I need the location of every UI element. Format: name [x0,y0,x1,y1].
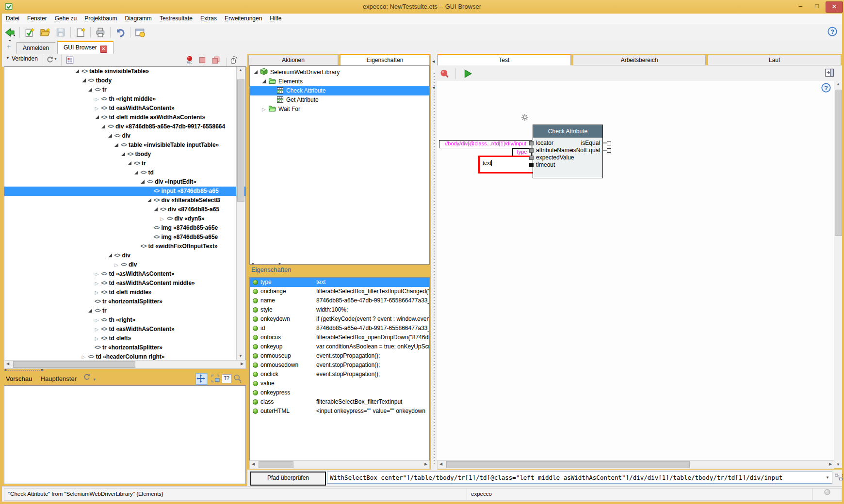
tree-node[interactable]: ▷<>td «asWidthAsContent» [4,104,245,113]
expectedvalue-edit-box[interactable]: text [478,156,536,173]
copy-icon[interactable] [211,56,220,66]
locator-value-box[interactable]: //body/div[@class...r/td[1]/div/input [439,140,532,148]
dom-tree-vscrollbar[interactable]: ▲ ▼ [236,67,244,360]
tree-node[interactable]: <>tr [4,85,245,94]
magnifier-icon[interactable] [233,374,243,383]
tree-node[interactable]: ▷<>td «asWidthAsContent» [4,269,245,279]
canvas-vscrollbar[interactable]: ▲ ▼ [834,81,842,468]
tree-node[interactable]: <>table «invisibleTable» [4,67,245,76]
tree-node[interactable]: <>tr [4,306,245,315]
expand-icon[interactable]: ▷ [95,104,101,113]
tree-node[interactable]: ▷<>td «left middle» [4,288,245,297]
property-row-type[interactable]: typetext [250,278,429,287]
menu-item-erweiterungen[interactable]: Erweiterungen [221,14,266,24]
expand-icon[interactable]: ▷ [114,260,121,269]
scroll-left-icon[interactable]: ◀ [438,461,444,468]
grid-view-icon[interactable] [65,56,74,66]
connect-button[interactable]: Verbinden [12,55,38,62]
expand-icon[interactable]: ▷ [95,334,101,343]
block-output-isnotequal[interactable]: isNotEqual [572,147,600,154]
tree-node[interactable]: <>input «8746db85-a65 [4,187,245,196]
check-path-button[interactable]: Pfad überprüfen [250,472,326,486]
collapse-icon[interactable] [88,306,95,315]
canvas-hscrollbar[interactable]: ◀ ▶ [437,460,834,469]
scroll-thumb[interactable] [237,79,244,202]
minimize-button[interactable]: – [793,1,808,12]
property-row-onmouseup[interactable]: onmouseupevent.stopPropagation(); [250,351,429,361]
tab-anmelden[interactable]: Anmelden [16,42,55,54]
close-tab-icon[interactable]: ✕ [100,46,107,53]
collapse-icon[interactable] [75,67,81,76]
property-row-outerHTML[interactable]: outerHTML<input onkeypress="" value="" o… [250,407,429,416]
check-attribute-block[interactable]: Check Attribute locatorattributeNameexpe… [533,125,603,178]
tab-aktionen[interactable]: Aktionen [248,55,338,65]
tree-node[interactable]: ▷<>div «dyn5» [4,214,245,223]
collapse-icon[interactable] [147,196,154,205]
tree-node[interactable]: <>tr [4,159,245,168]
menu-item-datei[interactable]: Datei [2,14,23,24]
refresh-icon[interactable] [83,376,91,382]
scroll-thumb[interactable] [446,461,690,468]
collapse-icon[interactable] [101,122,108,131]
dom-tree-hscrollbar[interactable]: ◀ ▶ [4,360,246,369]
maximize-button[interactable]: □ [809,1,825,12]
collapse-icon[interactable] [128,159,134,168]
collapse-icon[interactable] [108,131,114,141]
property-row-onmousedown[interactable]: onmousedownevent.stopPropagation(); [250,361,429,370]
record-icon[interactable] [438,67,451,80]
property-row-onkeyup[interactable]: onkeyupvar conditionAsBoolean = true; on… [250,342,429,351]
scroll-up-icon[interactable]: ▲ [237,67,244,74]
text-inspect-icon[interactable]: T? [222,374,231,383]
print-icon[interactable] [94,26,107,39]
scroll-thumb[interactable] [835,90,842,236]
collapse-icon[interactable] [121,150,128,159]
expand-icon[interactable]: ▷ [95,325,101,334]
collapse-icon[interactable] [141,177,147,187]
menu-item-testresultate[interactable]: Testresultate [156,14,196,24]
close-button[interactable]: ✕ [826,1,843,13]
properties-hscrollbar[interactable]: ◀ ▶ [249,460,430,469]
menu-item-extras[interactable]: Extras [196,14,221,24]
library-node-elements[interactable]: Elements [250,77,429,86]
menu-item-diagramm[interactable]: Diagramm [121,14,156,24]
refresh-icon[interactable] [46,56,54,65]
collapse-icon[interactable] [154,205,160,214]
gear-icon[interactable] [521,113,529,121]
path-connect-icon[interactable]: ? [834,473,843,482]
collapse-icon[interactable] [88,85,95,94]
menu-item-hilfe[interactable]: Hilfe [266,14,285,24]
tree-node[interactable]: <>div [4,131,245,141]
xpath-input[interactable]: WithSelectBox center"]/table/tbody/tr[1]… [327,472,832,484]
stop-icon[interactable] [198,56,207,66]
collapse-icon[interactable] [254,68,260,77]
tree-node[interactable]: ▷<>th «right» [4,315,245,325]
block-output-isequal[interactable]: isEqual [581,140,600,147]
add-tab-icon[interactable]: + [7,43,14,50]
input-pin-expectedvalue[interactable] [529,156,534,160]
help-icon[interactable]: ? [821,83,830,92]
window-tool-icon[interactable] [134,26,146,39]
tree-node[interactable]: ▷<>th «right middle» [4,94,245,104]
scroll-up-icon[interactable]: ▲ [835,81,842,88]
menu-item-gehe-zu[interactable]: Gehe zu [51,14,81,24]
menu-item-projektbaum[interactable]: Projektbaum [81,14,121,24]
collapse-icon[interactable] [95,113,101,122]
tab-arbeitsbereich[interactable]: Arbeitsbereich [573,55,706,65]
tab-test[interactable]: Test [438,54,571,66]
property-row-value[interactable]: value [250,379,429,388]
input-pin-timeout[interactable] [529,163,534,167]
undo-icon[interactable] [114,26,127,39]
tree-node[interactable]: <>div «inputEdit» [4,177,245,187]
block-input-expectedvalue[interactable]: expectedValue [536,154,574,161]
tree-node[interactable]: <>tbody [4,150,245,159]
collapse-icon[interactable] [262,77,268,86]
block-input-timeout[interactable]: timeout [536,161,555,169]
tab-lauf[interactable]: Lauf [708,55,841,65]
tree-node[interactable]: <>td «left middle asWidthAsContent» [4,113,245,122]
property-row-name[interactable]: name8746db85-a65e-47db-9917-655866477a33… [250,296,429,305]
tree-node[interactable]: <>table «invisibleTable inputTable» [4,141,245,150]
tree-node[interactable]: ▷<>td «asWidthAsContent middle» [4,279,245,288]
scroll-right-icon[interactable]: ▶ [422,461,429,468]
library-node-wait-for[interactable]: ▷Wait For [250,105,429,114]
scroll-down-icon[interactable]: ▼ [835,461,842,468]
